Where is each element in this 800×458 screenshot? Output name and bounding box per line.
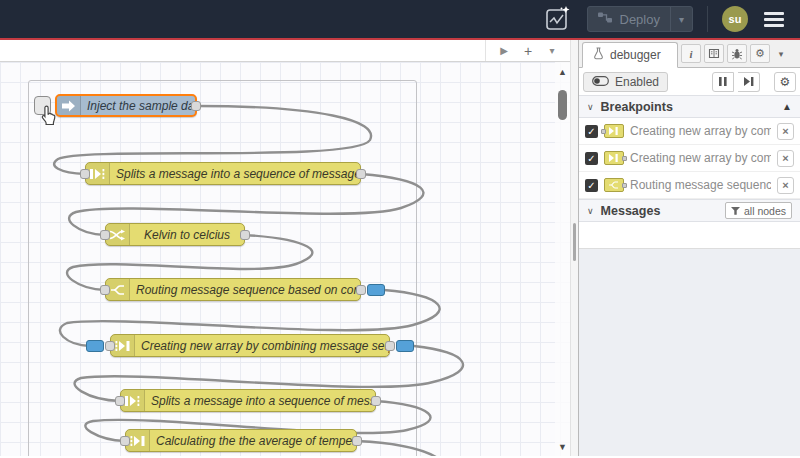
sidebar-tab-dropdown-icon[interactable]: ▾ — [773, 44, 789, 63]
step-next-icon[interactable] — [738, 72, 760, 92]
debugger-toolbar: Enabled ⚙ — [579, 68, 800, 95]
node-red-window: Deploy ▾ su ▶ + ▾ — [0, 0, 800, 458]
node-label: Calculating the the average of temperatu… — [150, 434, 356, 448]
breakpoint-marker-input[interactable] — [86, 340, 104, 352]
deploy-label: Deploy — [620, 12, 660, 27]
deploy-icon — [598, 11, 613, 27]
info-icon[interactable]: i — [681, 44, 701, 63]
input-port[interactable] — [100, 285, 110, 295]
node-split[interactable]: Splits a message into a sequence of mess… — [120, 389, 376, 412]
output-port[interactable] — [240, 230, 250, 240]
remove-breakpoint-icon[interactable]: × — [777, 150, 794, 167]
canvas-pane: ▶ + ▾ — [0, 40, 570, 456]
messages-title: Messages — [601, 204, 718, 218]
collapse-all-icon[interactable]: ▲ — [782, 101, 792, 112]
breakpoint-row: ✓ Routing message sequence based on cond… — [579, 172, 800, 199]
input-port[interactable] — [100, 230, 110, 240]
inject-icon — [57, 96, 81, 115]
node-label: Routing message sequence based on condit… — [130, 283, 360, 297]
canvas-scrollbar[interactable]: ▲ ▼ — [555, 62, 570, 456]
scroll-up-icon[interactable]: ▲ — [555, 67, 570, 77]
tab-label: debugger — [610, 48, 661, 62]
sidebar-filler — [579, 249, 800, 456]
breakpoint-label: Creating new array by combining message … — [630, 151, 771, 165]
node-split[interactable]: Splits a message into a sequence of mess… — [85, 162, 361, 185]
sidebar-tab-bar: debugger i ⚙ ▾ — [579, 40, 800, 68]
pause-icon[interactable] — [712, 72, 734, 92]
input-port-marker — [601, 129, 606, 134]
node-label: Creating new array by combining message … — [135, 339, 389, 353]
sidebar-splitter[interactable] — [570, 40, 578, 456]
enabled-toggle-button[interactable]: Enabled — [583, 72, 668, 92]
sidebar: debugger i ⚙ ▾ Enabled — [578, 40, 800, 456]
node-join[interactable]: Creating new array by combining message … — [110, 334, 390, 357]
node-inject[interactable]: Inject the sample data — [55, 94, 197, 117]
output-port-marker — [622, 183, 627, 188]
breakpoint-row: ✓ Creating new array by combining messag… — [579, 145, 800, 172]
node-label: Splits a message into a sequence of mess… — [110, 167, 360, 181]
inject-trigger-button[interactable] — [34, 96, 51, 115]
breakpoint-row: ✓ Creating new array by combining messag… — [579, 118, 800, 145]
scroll-down-icon[interactable]: ▼ — [555, 442, 570, 452]
scrollbar-thumb[interactable] — [558, 90, 567, 120]
node-label: Splits a message into a sequence of mess… — [145, 394, 375, 408]
toggle-icon — [592, 75, 609, 89]
breakpoint-marker-output[interactable] — [367, 284, 385, 296]
workspace[interactable]: Inject the sample data Splits a message … — [0, 62, 570, 456]
deploy-dropdown-icon[interactable]: ▾ — [670, 7, 692, 31]
flow-list-icon[interactable]: ▾ — [542, 42, 562, 60]
chevron-down-icon: ∨ — [587, 102, 594, 112]
input-port[interactable] — [80, 169, 90, 179]
play-icon[interactable]: ▶ — [494, 42, 514, 60]
input-port[interactable] — [105, 341, 115, 351]
node-change[interactable]: Kelvin to celcius — [105, 223, 245, 246]
output-port[interactable] — [371, 396, 381, 406]
breakpoint-checkbox[interactable]: ✓ — [585, 179, 598, 192]
messages-section-header[interactable]: ∨ Messages all nodes — [579, 199, 800, 222]
output-port-marker — [622, 156, 627, 161]
output-port[interactable] — [352, 436, 362, 446]
node-switch[interactable]: Routing message sequence based on condit… — [105, 278, 361, 301]
enabled-label: Enabled — [615, 75, 659, 89]
output-port[interactable] — [191, 101, 201, 111]
node-label: Kelvin to celcius — [130, 228, 244, 242]
input-port[interactable] — [115, 396, 125, 406]
splitter-thumb[interactable] — [573, 223, 576, 261]
debugger-settings-gear-icon[interactable]: ⚙ — [774, 72, 796, 92]
tab-debugger[interactable]: debugger — [582, 42, 678, 68]
help-book-icon[interactable] — [704, 44, 724, 63]
output-port[interactable] — [385, 341, 395, 351]
header: Deploy ▾ su — [0, 0, 800, 40]
breakpoint-label: Routing message sequence based on condit… — [630, 178, 771, 192]
assistant-icon[interactable] — [543, 5, 573, 33]
node-join[interactable]: Calculating the the average of temperatu… — [125, 429, 357, 452]
chevron-down-icon: ∨ — [587, 206, 594, 216]
output-port[interactable] — [356, 169, 366, 179]
remove-breakpoint-icon[interactable]: × — [777, 123, 794, 140]
breakpoints-title: Breakpoints — [601, 100, 776, 114]
remove-breakpoint-icon[interactable]: × — [777, 177, 794, 194]
avatar[interactable]: su — [722, 6, 748, 32]
join-node-icon — [604, 151, 624, 165]
messages-empty-list — [579, 222, 800, 249]
header-divider — [707, 6, 708, 32]
breakpoint-checkbox[interactable]: ✓ — [585, 125, 598, 138]
message-filter-button[interactable]: all nodes — [725, 202, 792, 219]
menu-icon[interactable] — [762, 8, 786, 31]
config-gear-icon[interactable]: ⚙ — [750, 44, 770, 63]
flask-icon — [593, 47, 604, 63]
breakpoint-marker-output[interactable] — [396, 340, 414, 352]
filter-label: all nodes — [744, 205, 786, 217]
add-flow-button[interactable]: + — [518, 42, 538, 60]
join-node-icon — [604, 124, 624, 138]
breakpoint-checkbox[interactable]: ✓ — [585, 152, 598, 165]
debug-bug-icon[interactable] — [727, 44, 747, 63]
funnel-icon — [731, 205, 740, 217]
switch-node-icon — [604, 178, 624, 192]
input-port[interactable] — [120, 436, 130, 446]
deploy-button[interactable]: Deploy ▾ — [587, 6, 694, 32]
breakpoint-label: Creating new array by combining message … — [630, 124, 771, 138]
output-port[interactable] — [356, 285, 366, 295]
node-label: Inject the sample data — [81, 99, 195, 113]
breakpoints-section-header[interactable]: ∨ Breakpoints ▲ — [579, 95, 800, 118]
